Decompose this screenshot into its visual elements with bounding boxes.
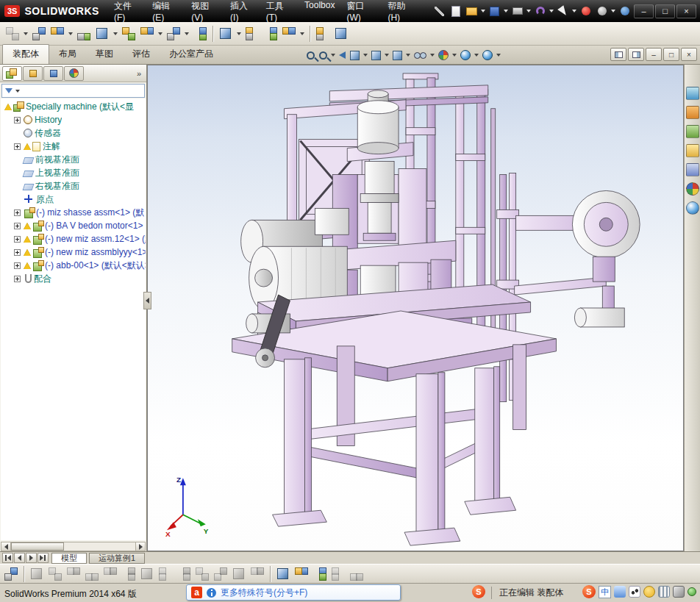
model-tab[interactable]: 模型: [51, 553, 87, 564]
offset-entities-icon[interactable]: [213, 566, 229, 582]
expand-icon[interactable]: [14, 223, 21, 229]
insert-components-dropdown-icon[interactable]: [24, 32, 28, 35]
featuremanager-tab[interactable]: [2, 66, 22, 81]
view-palette-icon[interactable]: [686, 144, 699, 157]
tree-item-assembly-root[interactable]: Specially machine (默认<显: [1, 100, 146, 113]
filter-dropdown-icon[interactable]: [15, 90, 20, 93]
appearances-icon[interactable]: [686, 163, 699, 176]
linear-component-pattern-icon[interactable]: [49, 26, 65, 42]
chinese-mode-icon[interactable]: 中: [599, 586, 611, 598]
solidworks-resources-icon[interactable]: [686, 87, 699, 100]
tab-office-products[interactable]: 办公室产品: [160, 45, 223, 64]
zoom-to-area-icon[interactable]: [318, 48, 329, 62]
edit-icon[interactable]: [432, 4, 447, 18]
print-icon[interactable]: [510, 4, 525, 18]
minimize-button[interactable]: –: [634, 4, 654, 18]
design-library-icon[interactable]: [686, 106, 699, 119]
maximize-button[interactable]: □: [655, 4, 675, 18]
select-icon[interactable]: [29, 566, 45, 582]
expand-icon[interactable]: [14, 143, 21, 150]
reference-geometry-dropdown-icon[interactable]: [185, 32, 189, 35]
mirror-entities-icon[interactable]: [231, 566, 247, 582]
save-dropdown-icon[interactable]: [504, 10, 508, 12]
expand-icon[interactable]: [14, 249, 21, 256]
assembly-features-icon[interactable]: [139, 26, 155, 42]
trim-entities-icon[interactable]: [176, 566, 192, 582]
grid-icon[interactable]: [330, 566, 346, 582]
expand-icon[interactable]: [14, 209, 21, 216]
select-arrow-icon[interactable]: [555, 4, 571, 18]
sogou-logo-icon[interactable]: S: [582, 585, 596, 598]
display-style-icon[interactable]: [391, 48, 404, 62]
previous-tab-icon[interactable]: [14, 553, 25, 563]
smart-fasteners-icon[interactable]: [76, 26, 92, 42]
tree-item-front-plane[interactable]: 前视基准面: [1, 153, 146, 166]
section-view-icon[interactable]: [349, 48, 361, 62]
scene-dropdown-icon[interactable]: [474, 54, 479, 57]
previous-view-icon[interactable]: [338, 48, 347, 62]
tree-item-mates[interactable]: 配合: [1, 272, 146, 285]
graphics-viewport[interactable]: Z X Y: [147, 65, 684, 551]
spline-icon[interactable]: [157, 566, 174, 582]
expand-icon[interactable]: [14, 236, 21, 243]
hide-show-dropdown-icon[interactable]: [430, 54, 435, 57]
machine-model[interactable]: [232, 74, 640, 545]
open-dropdown-icon[interactable]: [481, 10, 485, 12]
interference-dropdown-icon[interactable]: [300, 32, 304, 35]
sogou-logo-icon[interactable]: S: [472, 585, 485, 598]
tree-item-origin[interactable]: 原点: [1, 193, 146, 206]
section-properties-icon[interactable]: [333, 26, 349, 42]
tab-evaluate[interactable]: 评估: [123, 45, 160, 64]
last-tab-icon[interactable]: [38, 553, 49, 563]
rebuild-icon[interactable]: [578, 4, 593, 18]
centerpoint-arc-icon[interactable]: [121, 566, 137, 582]
pane-left-icon[interactable]: [610, 48, 626, 61]
emoji-icon[interactable]: [643, 586, 655, 598]
next-tab-icon[interactable]: [26, 553, 37, 563]
displaymanager-tab[interactable]: [64, 66, 84, 81]
expand-icon[interactable]: [14, 117, 21, 123]
tree-item-component[interactable]: (-) BA V bedon motor<1> (默: [1, 219, 146, 232]
reference-geometry-icon[interactable]: [165, 26, 182, 42]
view-settings-icon[interactable]: [481, 48, 494, 62]
pattern-dropdown-icon[interactable]: [68, 32, 73, 35]
first-tab-icon[interactable]: [2, 553, 13, 563]
tab-sketch[interactable]: 草图: [86, 45, 123, 64]
bill-of-materials-icon[interactable]: [218, 26, 234, 42]
convert-entities-icon[interactable]: [194, 566, 210, 582]
soft-keyboard-icon[interactable]: [658, 586, 670, 598]
save-icon[interactable]: [487, 4, 502, 18]
new-motion-study-icon[interactable]: [192, 26, 208, 42]
help-icon[interactable]: [617, 4, 632, 18]
propertymanager-tab[interactable]: [23, 66, 43, 81]
zoom-dropdown-icon[interactable]: [331, 54, 335, 57]
scenes-icon[interactable]: [686, 182, 699, 196]
shaded-with-edges-icon[interactable]: [293, 566, 310, 582]
display-style-dropdown-icon[interactable]: [406, 54, 410, 57]
units-icon[interactable]: [349, 566, 365, 582]
ime-toolbox-icon[interactable]: [673, 586, 685, 598]
tab-layout[interactable]: 布局: [49, 45, 86, 64]
expand-icon[interactable]: [14, 276, 21, 282]
undo-icon[interactable]: [532, 4, 548, 18]
circle-icon[interactable]: [102, 566, 118, 582]
scroll-left-icon[interactable]: [1, 542, 11, 551]
file-explorer-icon[interactable]: [686, 125, 699, 138]
save-icon[interactable]: [3, 566, 19, 582]
sketch-icon[interactable]: [47, 566, 63, 582]
tree-item-top-plane[interactable]: 上视基准面: [1, 166, 146, 179]
show-hidden-components-icon[interactable]: [121, 26, 137, 42]
print-dropdown-icon[interactable]: [526, 10, 531, 12]
panel-horizontal-scrollbar[interactable]: [1, 542, 146, 551]
assembly-features-dropdown-icon[interactable]: [158, 32, 162, 35]
assembly-model[interactable]: Z X Y: [148, 65, 683, 551]
tree-item-component[interactable]: (-) abb-00<1> (默认<默认>: [1, 259, 146, 272]
tree-item-history[interactable]: History: [1, 113, 146, 126]
tree-item-annotations[interactable]: 注解: [1, 140, 146, 153]
doc-close-button[interactable]: ×: [681, 48, 697, 61]
move-component-dropdown-icon[interactable]: [113, 32, 118, 35]
apply-scene-icon[interactable]: [459, 48, 472, 62]
tree-item-sensors[interactable]: 传感器: [1, 126, 146, 140]
options-dropdown-icon[interactable]: [611, 10, 615, 12]
insert-components-icon[interactable]: [4, 26, 21, 42]
